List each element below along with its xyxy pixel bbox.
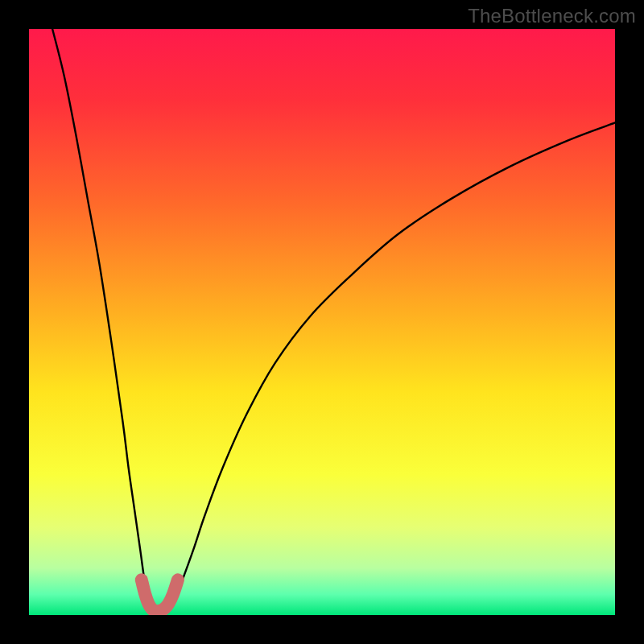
chart-frame: TheBottleneck.com [0,0,644,644]
watermark-text: TheBottleneck.com [468,5,636,27]
gradient-background [29,29,615,615]
bottleneck-curve-chart [29,29,615,615]
plot-area [29,29,615,615]
